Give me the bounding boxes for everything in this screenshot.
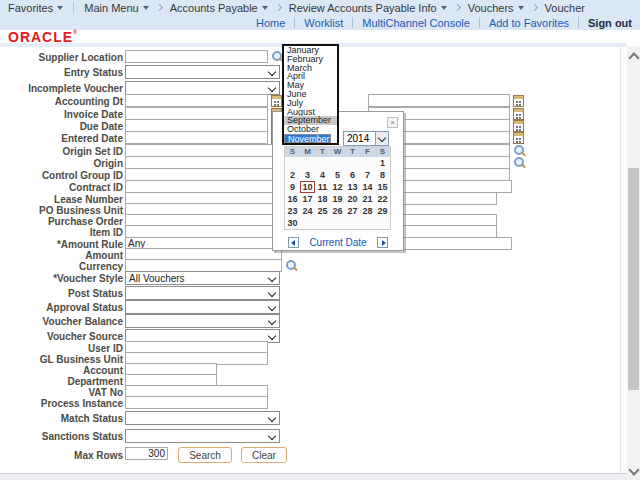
vertical-scrollbar[interactable]: [627, 46, 640, 480]
voucher-balance-select[interactable]: [125, 314, 280, 328]
link-divider: [479, 17, 480, 28]
post-status-select[interactable]: [125, 286, 280, 300]
previous-month-icon[interactable]: [288, 237, 299, 248]
calendar-day-19[interactable]: 19: [330, 193, 345, 205]
calendar-day-empty: [360, 217, 375, 229]
incomplete-voucher-select[interactable]: [125, 81, 280, 95]
calendar-day-6[interactable]: 6: [345, 169, 360, 181]
entered-date-to-calendar-icon[interactable]: [513, 132, 524, 144]
field-label-accounting-dt: Accounting Dt: [0, 95, 123, 108]
calendar-day-26[interactable]: 26: [330, 205, 345, 217]
nav-main-menu[interactable]: Main Menu: [84, 2, 148, 14]
origin-to-lookup-icon[interactable]: [513, 156, 526, 169]
calendar-day-13[interactable]: 13: [345, 181, 360, 193]
clear-button[interactable]: Clear: [241, 447, 287, 463]
calendar-day-empty: [330, 157, 345, 169]
entry-status-select[interactable]: [125, 65, 280, 79]
weekday-label: T: [315, 147, 330, 157]
breadcrumb-vouchers[interactable]: Vouchers: [468, 2, 524, 14]
chevron-down-icon: [268, 317, 276, 325]
calendar-day-9[interactable]: 9: [285, 181, 300, 193]
approval-status-select[interactable]: [125, 300, 280, 314]
calendar-day-14[interactable]: 14: [360, 181, 375, 193]
due-date-to-calendar-icon[interactable]: [513, 120, 524, 132]
match-status-select[interactable]: [125, 411, 280, 425]
calendar-year-dropdown-button[interactable]: [375, 132, 388, 145]
calendar-day-11[interactable]: 11: [315, 181, 330, 193]
calendar-day-12[interactable]: 12: [330, 181, 345, 193]
calendar-day-30[interactable]: 30: [285, 217, 300, 229]
next-month-icon[interactable]: [377, 237, 388, 248]
breadcrumb-separator-icon: [156, 4, 163, 11]
calendar-day-16[interactable]: 16: [285, 193, 300, 205]
calendar-day-24[interactable]: 24: [300, 205, 315, 217]
month-option-february[interactable]: February: [284, 55, 337, 64]
calendar-day-21[interactable]: 21: [360, 193, 375, 205]
process-instance-input[interactable]: [125, 396, 268, 409]
calendar-day-4[interactable]: 4: [315, 169, 330, 181]
entered-date-input[interactable]: [125, 131, 268, 144]
calendar-day-3[interactable]: 3: [300, 169, 315, 181]
supplier-location-input[interactable]: [125, 50, 268, 63]
breadcrumb-voucher[interactable]: Voucher: [545, 2, 585, 14]
calendar-day-17[interactable]: 17: [300, 193, 315, 205]
accounting-dt-to-calendar-icon[interactable]: [513, 95, 524, 107]
calendar-day-8[interactable]: 8: [375, 169, 390, 181]
calendar-day-5[interactable]: 5: [330, 169, 345, 181]
header-link-worklist[interactable]: Worklist: [304, 17, 343, 29]
scroll-down-icon[interactable]: [628, 464, 639, 475]
month-option-october[interactable]: October: [284, 125, 337, 134]
max-rows-input[interactable]: [125, 447, 168, 460]
month-option-april[interactable]: April: [284, 72, 337, 81]
calendar-day-25[interactable]: 25: [315, 205, 330, 217]
invoice-date-to-calendar-icon[interactable]: [513, 108, 524, 120]
search-button[interactable]: Search: [178, 447, 232, 463]
calendar-week-row: 16171819202122: [285, 193, 390, 205]
scrollbar-thumb[interactable]: [628, 168, 639, 390]
calendar-day-10[interactable]: 10: [300, 181, 315, 193]
header-link-add-to-favorites[interactable]: Add to Favorites: [489, 17, 569, 29]
month-dropdown-list: JanuaryFebruaryMarchAprilMayJuneJulyAugu…: [282, 44, 339, 145]
month-option-august[interactable]: August: [284, 108, 337, 117]
calendar-day-20[interactable]: 20: [345, 193, 360, 205]
calendar-day-23[interactable]: 23: [285, 205, 300, 217]
calendar-day-7[interactable]: 7: [360, 169, 375, 181]
month-option-june[interactable]: June: [284, 90, 337, 99]
calendar-day-27[interactable]: 27: [345, 205, 360, 217]
chevron-down-icon: [268, 68, 276, 76]
accounting-dt-calendar-icon[interactable]: [271, 95, 282, 107]
month-option-september[interactable]: September: [284, 116, 337, 125]
header-links-bar: HomeWorklistMultiChannel ConsoleAdd to F…: [0, 15, 640, 30]
calendar-day-1[interactable]: 1: [375, 157, 390, 169]
link-divider: [352, 17, 353, 28]
month-option-july[interactable]: July: [284, 99, 337, 108]
month-option-may[interactable]: May: [284, 81, 337, 90]
sanctions-status-select[interactable]: [125, 429, 280, 443]
breadcrumb-review-accounts-payable-info-caret-icon: [441, 6, 447, 10]
chevron-down-icon: [268, 303, 276, 311]
month-option-march[interactable]: March: [284, 64, 337, 73]
currency-lookup-icon[interactable]: [285, 259, 298, 272]
calendar-day-2[interactable]: 2: [285, 169, 300, 181]
calendar-day-28[interactable]: 28: [360, 205, 375, 217]
header-link-multichannel-console[interactable]: MultiChannel Console: [362, 17, 470, 29]
month-option-january[interactable]: January: [284, 46, 337, 55]
accounting-dt-to-input[interactable]: [368, 94, 510, 107]
month-option-november[interactable]: November: [284, 134, 331, 143]
calendar-day-18[interactable]: 18: [315, 193, 330, 205]
accounting-dt-input[interactable]: [125, 94, 268, 107]
calendar-day-29[interactable]: 29: [375, 205, 390, 217]
breadcrumb-accounts-payable[interactable]: Accounts Payable: [170, 2, 268, 14]
scroll-up-icon[interactable]: [628, 52, 639, 63]
voucher-style-select[interactable]: All Vouchers: [125, 271, 280, 285]
calendar-close-icon[interactable]: ×: [387, 117, 398, 128]
current-date-link[interactable]: Current Date: [309, 237, 366, 248]
breadcrumb-separator-icon: [275, 4, 282, 11]
sign-out-link[interactable]: Sign out: [588, 17, 632, 29]
calendar-day-22[interactable]: 22: [375, 193, 390, 205]
calendar-day-15[interactable]: 15: [375, 181, 390, 193]
header-link-home[interactable]: Home: [256, 17, 285, 29]
calendar-year-select[interactable]: 2014: [343, 131, 389, 146]
nav-favorites[interactable]: Favorites: [8, 2, 63, 14]
breadcrumb-review-accounts-payable-info[interactable]: Review Accounts Payable Info: [289, 2, 447, 14]
